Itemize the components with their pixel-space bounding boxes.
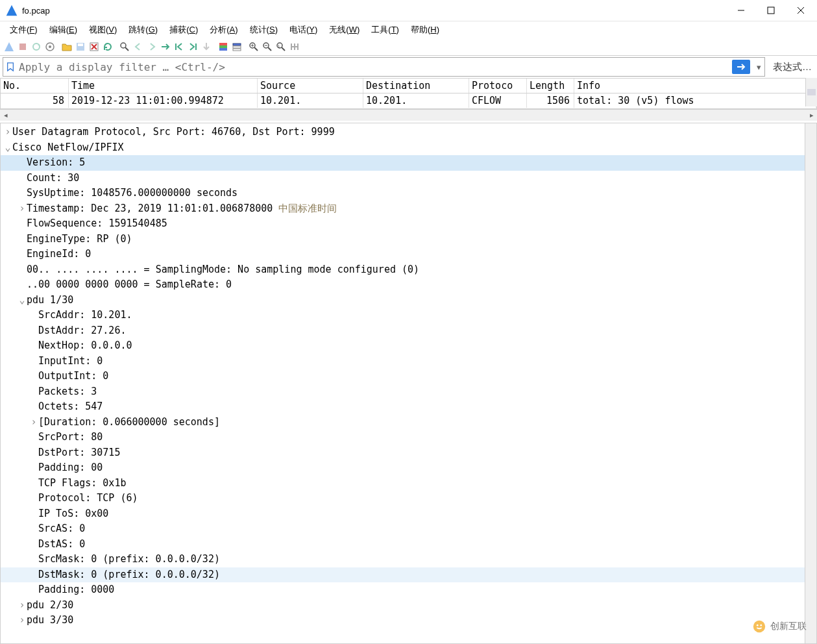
tree-pdu2[interactable]: ›pdu 2/30 (1, 598, 816, 613)
field-srcas[interactable]: SrcAS: 0 (1, 521, 816, 537)
field-srcmask[interactable]: SrcMask: 0 (prefix: 0.0.0.0/32) (1, 552, 816, 567)
open-file-icon[interactable] (60, 40, 73, 53)
field-flowseq[interactable]: FlowSequence: 1591540485 (1, 216, 816, 232)
field-dstas[interactable]: DstAS: 0 (1, 537, 816, 552)
menu-wireless[interactable]: 无线(W) (323, 23, 365, 37)
start-capture-icon[interactable] (3, 40, 16, 53)
field-srcport[interactable]: SrcPort: 80 (1, 430, 816, 445)
chevron-right-icon[interactable]: › (3, 598, 27, 613)
field-samplingmode[interactable]: 00.. .... .... .... = SamplingMode: No s… (1, 262, 816, 278)
filter-history-dropdown[interactable]: ▾ (753, 62, 764, 72)
field-duration[interactable]: ›[Duration: 0.066000000 seconds] (1, 415, 816, 430)
svg-rect-18 (219, 45, 227, 48)
field-padding[interactable]: Padding: 00 (1, 460, 816, 476)
tree-netflow[interactable]: ⌄Cisco NetFlow/IPFIX (1, 140, 816, 156)
menu-file[interactable]: 文件(F) (4, 23, 43, 37)
packet-list[interactable]: No. Time Source Destination Protoco Leng… (0, 78, 817, 109)
field-samplerate[interactable]: ..00 0000 0000 0000 = SampleRate: 0 (1, 277, 816, 293)
reload-icon[interactable] (101, 40, 114, 53)
menu-tools[interactable]: 工具(T) (365, 23, 405, 37)
col-no[interactable]: No. (1, 79, 69, 93)
zoom-out-icon[interactable] (261, 40, 274, 53)
display-filter-input[interactable] (18, 57, 732, 77)
packet-list-vscroll[interactable] (805, 78, 817, 106)
col-proto[interactable]: Protoco (469, 79, 527, 93)
field-count[interactable]: Count: 30 (1, 171, 816, 186)
stop-capture-icon[interactable] (16, 40, 29, 53)
field-dstport[interactable]: DstPort: 30715 (1, 445, 816, 461)
bookmark-icon[interactable] (5, 61, 16, 73)
field-engineid[interactable]: EngineId: 0 (1, 247, 816, 262)
field-inputint[interactable]: InputInt: 0 (1, 354, 816, 369)
field-packets[interactable]: Packets: 3 (1, 384, 816, 400)
chevron-right-icon[interactable]: › (3, 201, 27, 217)
field-padding2[interactable]: Padding: 0000 (1, 582, 816, 598)
tree-udp[interactable]: ›User Datagram Protocol, Src Port: 46760… (1, 125, 816, 140)
packet-details[interactable]: ›User Datagram Protocol, Src Port: 46760… (0, 123, 817, 644)
menu-stats[interactable]: 统计(S) (244, 23, 284, 37)
field-dstaddr[interactable]: DstAddr: 27.26. (1, 323, 816, 339)
field-srcaddr[interactable]: SrcAddr: 10.201. (1, 308, 816, 323)
maximize-button[interactable] (756, 0, 786, 21)
close-button[interactable] (786, 0, 816, 21)
field-iptos[interactable]: IP ToS: 0x00 (1, 506, 816, 522)
tree-pdu3[interactable]: ›pdu 3/30 (1, 613, 816, 628)
restart-capture-icon[interactable] (30, 40, 43, 53)
go-forward-icon[interactable] (145, 40, 158, 53)
chevron-right-icon[interactable]: › (3, 125, 12, 140)
menu-analyze[interactable]: 分析(A) (204, 23, 243, 37)
goto-packet-icon[interactable] (159, 40, 172, 53)
go-back-icon[interactable] (132, 40, 145, 53)
find-packet-icon[interactable] (118, 40, 131, 53)
apply-filter-button[interactable] (732, 60, 750, 74)
tree-pdu1[interactable]: ⌄pdu 1/30 (1, 293, 816, 308)
scroll-left-icon[interactable]: ◂ (0, 111, 11, 119)
packet-list-header[interactable]: No. Time Source Destination Protoco Leng… (1, 79, 816, 93)
zoom-reset-icon[interactable]: 1 (274, 40, 287, 53)
col-time[interactable]: Time (69, 79, 258, 93)
menu-go[interactable]: 跳转(G) (123, 23, 164, 37)
capture-options-icon[interactable] (43, 40, 56, 53)
scroll-right-icon[interactable]: ▸ (806, 111, 817, 119)
resolve-names-icon[interactable] (230, 40, 243, 53)
close-file-icon[interactable] (88, 40, 101, 53)
chevron-right-icon[interactable]: › (3, 415, 38, 430)
packet-row[interactable]: 58 2019-12-23 11:01:00.994872 10.201. 10… (1, 93, 816, 108)
minimize-button[interactable] (726, 0, 756, 21)
chevron-down-icon[interactable]: ⌄ (3, 140, 12, 156)
menu-view[interactable]: 视图(V) (83, 23, 123, 37)
col-length[interactable]: Length (527, 79, 574, 93)
packet-list-hscroll[interactable]: ◂ ▸ (0, 109, 817, 121)
col-info[interactable]: Info (574, 79, 816, 93)
field-enginetype[interactable]: EngineType: RP (0) (1, 232, 816, 247)
chevron-down-icon[interactable]: ⌄ (3, 293, 27, 308)
field-timestamp[interactable]: ›Timestamp: Dec 23, 2019 11:01:01.006878… (1, 201, 816, 217)
field-sysuptime[interactable]: SysUptime: 1048576.000000000 seconds (1, 186, 816, 201)
field-protocol[interactable]: Protocol: TCP (6) (1, 491, 816, 506)
goto-first-icon[interactable] (173, 40, 186, 53)
menu-edit[interactable]: 编辑(E) (43, 23, 83, 37)
col-source[interactable]: Source (258, 79, 363, 93)
svg-rect-19 (219, 48, 227, 51)
save-file-icon[interactable] (74, 40, 87, 53)
goto-last-icon[interactable] (186, 40, 199, 53)
field-dstmask[interactable]: DstMask: 0 (prefix: 0.0.0.0/32) (1, 567, 816, 583)
menu-capture[interactable]: 捕获(C) (164, 23, 204, 37)
colorize-icon[interactable] (217, 40, 230, 53)
chevron-right-icon[interactable]: › (3, 613, 27, 628)
field-nexthop[interactable]: NextHop: 0.0.0.0 (1, 338, 816, 354)
details-vscroll[interactable] (805, 123, 816, 643)
field-outputint[interactable]: OutputInt: 0 (1, 369, 816, 384)
expression-button[interactable]: 表达式… (768, 58, 817, 76)
toolbar: 1 (0, 38, 817, 56)
zoom-in-icon[interactable] (247, 40, 260, 53)
col-dest[interactable]: Destination (363, 79, 469, 93)
menu-telephony[interactable]: 电话(Y) (284, 23, 323, 37)
resize-cols-icon[interactable] (288, 40, 301, 53)
field-tcpflags[interactable]: TCP Flags: 0x1b (1, 476, 816, 491)
autoscroll-icon[interactable] (200, 40, 213, 53)
field-version[interactable]: Version: 5 (1, 155, 816, 171)
svg-rect-4 (19, 43, 26, 50)
menu-help[interactable]: 帮助(H) (405, 23, 445, 37)
field-octets[interactable]: Octets: 547 (1, 399, 816, 415)
